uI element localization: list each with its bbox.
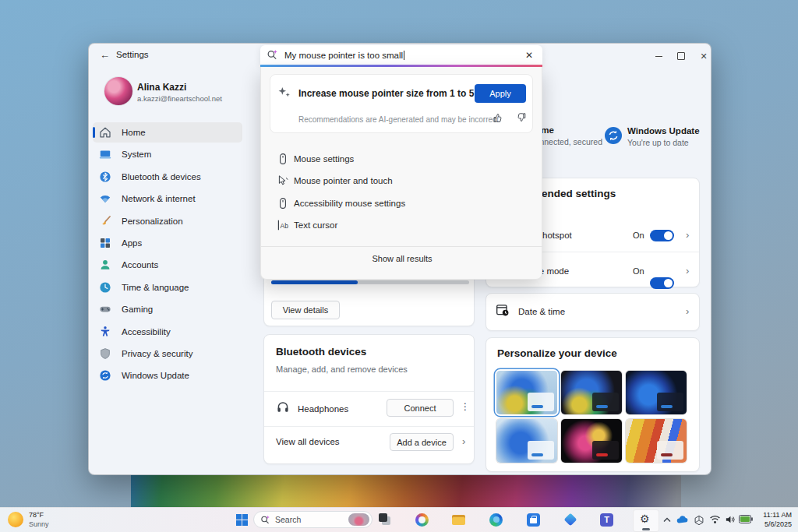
- airplane-mode-toggle[interactable]: [650, 277, 674, 289]
- clock-date: 5/6/2025: [753, 520, 792, 530]
- personalize-title: Personalize your device: [497, 347, 617, 359]
- taskbar: 78°F Sunny Search: [0, 507, 798, 532]
- theme-thumbnail-bright-stripes[interactable]: [626, 419, 687, 463]
- taskbar-search[interactable]: Search: [253, 511, 373, 528]
- minimize-button[interactable]: [654, 51, 663, 61]
- file-explorer-icon[interactable]: [452, 513, 465, 527]
- avatar[interactable]: [104, 77, 132, 105]
- user-email: a.kazzi@fineartschool.net: [137, 94, 222, 103]
- tray-chevron-up-icon[interactable]: [663, 517, 671, 523]
- ai-recommendation-card: Increase mouse pointer size from 1 to 5 …: [270, 74, 533, 133]
- storage-usage-bar: [271, 280, 469, 284]
- taskbar-search-label: Search: [275, 515, 348, 524]
- view-all-devices-link[interactable]: View all devices: [276, 437, 340, 446]
- theme-thumbnail-light-bloom[interactable]: [496, 371, 557, 414]
- chevron-right-icon[interactable]: ›: [462, 436, 465, 446]
- search-input[interactable]: My mouse pointer is too small ✕: [260, 45, 542, 65]
- bluetooth-icon: [99, 171, 111, 183]
- edge-icon[interactable]: [489, 513, 503, 527]
- chevron-right-icon[interactable]: ›: [686, 266, 689, 276]
- headphones-icon: [276, 400, 290, 414]
- theme-thumbnail-light-blue-bloom[interactable]: [496, 419, 557, 463]
- text-cursor-icon: Ab: [277, 219, 289, 231]
- more-options-icon[interactable]: ⋮: [461, 401, 470, 412]
- network-icon: [99, 192, 111, 205]
- airplane-mode-state: On: [633, 266, 644, 276]
- settings-gear-icon: ⚙: [640, 513, 650, 525]
- sidebar-item-system[interactable]: System: [93, 144, 242, 164]
- result-accessibility-mouse[interactable]: Accessibility mouse settings: [261, 192, 543, 214]
- copilot-icon[interactable]: [415, 513, 429, 527]
- user-name: Alina Kazzi: [137, 82, 186, 93]
- weather-condition[interactable]: Sunny: [29, 520, 49, 528]
- accessibility-icon: [99, 326, 111, 338]
- search-query-text: My mouse pointer is too small: [284, 51, 522, 60]
- settings-window: ← Settings ✕ My mouse pointer is too sma…: [88, 43, 711, 475]
- tray-wifi-icon[interactable]: [709, 515, 721, 524]
- theme-thumbnail-dark-blue-bloom[interactable]: [626, 371, 687, 414]
- connect-button[interactable]: Connect: [387, 399, 454, 417]
- theme-thumbnail-dark-flower[interactable]: [561, 419, 622, 463]
- pointer-touch-icon: [277, 174, 289, 187]
- settings-taskbar-button[interactable]: ⚙: [633, 509, 659, 532]
- sidebar-item-accounts[interactable]: Accounts: [93, 255, 242, 275]
- result-mouse-settings[interactable]: Mouse settings: [261, 148, 543, 170]
- sidebar-item-gaming[interactable]: Gaming: [93, 299, 242, 319]
- show-all-results-link[interactable]: Show all results: [261, 254, 543, 263]
- sidebar-item-personalization[interactable]: Personalization: [93, 211, 242, 231]
- sidebar-item-network-internet[interactable]: Network & internet: [93, 188, 242, 209]
- chevron-right-icon[interactable]: ›: [686, 230, 689, 240]
- task-view-icon[interactable]: [379, 513, 392, 527]
- back-arrow-icon[interactable]: ←: [100, 49, 110, 61]
- bluetooth-device-name: Headphones: [298, 404, 348, 414]
- result-text-cursor[interactable]: Ab Text cursor: [261, 214, 543, 236]
- theme-thumbnail-dark-bloom[interactable]: [561, 371, 622, 414]
- bluetooth-subtitle: Manage, add, and remove devices: [276, 365, 408, 374]
- sidebar-item-time-language[interactable]: Time & language: [93, 277, 242, 298]
- clear-search-icon[interactable]: ✕: [522, 50, 536, 61]
- result-mouse-pointer-touch[interactable]: Mouse pointer and touch: [261, 170, 543, 192]
- active-app-underline: [642, 528, 650, 530]
- tray-battery-icon[interactable]: [739, 515, 753, 523]
- windows-update-title: Windows Update: [627, 126, 700, 136]
- add-device-button[interactable]: Add a device: [390, 433, 454, 451]
- sidebar-item-apps[interactable]: Apps: [93, 233, 242, 253]
- windows-update-status: You're up to date: [627, 138, 689, 147]
- maximize-button[interactable]: [676, 51, 686, 61]
- bluetooth-title: Bluetooth devices: [276, 346, 366, 358]
- weather-temp[interactable]: 78°F: [29, 511, 44, 519]
- thumbs-up-icon[interactable]: [492, 111, 504, 124]
- mobile-hotspot-toggle[interactable]: [650, 230, 674, 241]
- sidebar-item-privacy-security[interactable]: Privacy & security: [93, 344, 242, 364]
- apps-icon: [99, 237, 111, 249]
- date-time-icon: [496, 303, 510, 317]
- mobile-hotspot-state: On: [633, 231, 644, 240]
- windows-update-nav-icon: [99, 369, 111, 382]
- desktop: ← Settings ✕ My mouse pointer is too sma…: [0, 0, 798, 532]
- weather-sun-icon[interactable]: [8, 512, 23, 527]
- view-details-button[interactable]: View details: [271, 301, 340, 319]
- chevron-right-icon[interactable]: ›: [686, 306, 689, 316]
- sidebar-item-accessibility[interactable]: Accessibility: [93, 322, 242, 342]
- teams-icon[interactable]: T: [600, 513, 613, 527]
- onedrive-icon[interactable]: [676, 515, 688, 524]
- clock-time: 11:11 AM: [753, 511, 792, 520]
- window-title: Settings: [116, 50, 149, 59]
- taskbar-clock[interactable]: 11:11 AM 5/6/2025: [753, 511, 792, 529]
- recommendation-title: Increase mouse pointer size from 1 to 5: [298, 88, 474, 99]
- microsoft-store-icon[interactable]: [527, 513, 540, 527]
- privacy-shield-icon: [99, 347, 111, 360]
- sidebar-item-bluetooth-devices[interactable]: Bluetooth & devices: [93, 167, 242, 187]
- sparkle-icon: [278, 86, 291, 100]
- thumbs-down-icon[interactable]: [515, 111, 528, 124]
- dev-home-icon[interactable]: [564, 513, 577, 527]
- tray-volume-icon[interactable]: [725, 515, 736, 524]
- tray-hexagon-icon[interactable]: [694, 515, 704, 526]
- close-window-button[interactable]: ✕: [699, 51, 708, 61]
- sidebar-item-home[interactable]: Home: [93, 122, 242, 143]
- time-language-icon: [99, 281, 111, 294]
- apply-button[interactable]: Apply: [475, 84, 526, 103]
- sidebar-item-windows-update[interactable]: Windows Update: [93, 365, 242, 386]
- start-button[interactable]: [236, 514, 248, 526]
- divider: [264, 391, 474, 392]
